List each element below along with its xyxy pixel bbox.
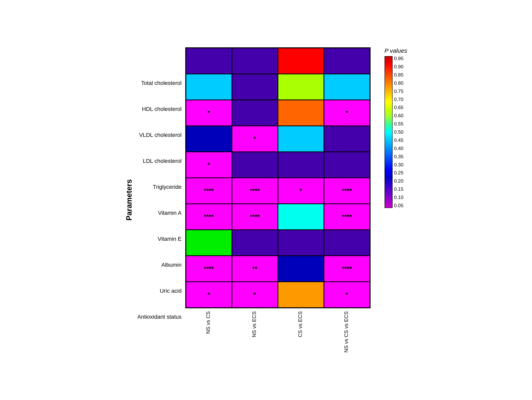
- heatmap-cell: [278, 152, 324, 178]
- heatmap-cell: ****: [324, 178, 370, 204]
- heatmap-cell: [232, 152, 278, 178]
- heatmap-cell: [186, 230, 232, 256]
- row-labels: Total cholesterolHDL cholesterolVLDL cho…: [138, 70, 183, 330]
- legend-tick: 0.70: [394, 97, 404, 102]
- heatmap-grid: ****************************************…: [185, 47, 371, 308]
- row-label: Total cholesterol: [138, 70, 183, 96]
- heatmap-cell: *: [232, 282, 278, 308]
- heatmap-cell: [278, 204, 324, 230]
- heatmap-cell: *: [186, 100, 232, 126]
- legend-tick: 0.05: [394, 203, 404, 208]
- y-axis-label: Parameters: [125, 179, 133, 221]
- heatmap-cell: ****: [186, 178, 232, 204]
- heatmap-cell: **: [232, 256, 278, 282]
- legend-tick: 0.80: [394, 81, 404, 86]
- heatmap-cell: [232, 74, 278, 100]
- row-label: Antioxidant status: [138, 304, 183, 330]
- legend-bar-container: 0.950.900.850.800.750.700.650.600.550.50…: [385, 56, 404, 208]
- heatmap-cell: ****: [232, 178, 278, 204]
- legend-tick: 0.30: [394, 162, 404, 167]
- heatmap-cell: *: [278, 178, 324, 204]
- x-label-container: NS vs ECS: [231, 308, 277, 353]
- legend-bar: [385, 56, 393, 208]
- legend-tick: 0.95: [394, 56, 404, 61]
- x-axis-label: NS vs ECS: [251, 311, 257, 337]
- heatmap-cell: [278, 256, 324, 282]
- left-section: Parameters Total cholesterolHDL choleste…: [125, 47, 371, 353]
- heatmap-cell: [324, 152, 370, 178]
- heatmap-cell: [278, 282, 324, 308]
- row-label: Albumin: [138, 252, 183, 278]
- heatmap-cell: *: [186, 282, 232, 308]
- x-axis-label: CS vs ECS: [297, 311, 303, 337]
- heatmap-cell: [186, 126, 232, 152]
- legend-ticks: 0.950.900.850.800.750.700.650.600.550.50…: [394, 56, 404, 208]
- heatmap-cell: [232, 230, 278, 256]
- heatmap-cell: ****: [324, 204, 370, 230]
- legend-tick: 0.35: [394, 154, 404, 159]
- heatmap-cell: ****: [186, 256, 232, 282]
- heatmap-cell: [186, 74, 232, 100]
- heatmap-cell: ****: [186, 204, 232, 230]
- legend-tick: 0.65: [394, 105, 404, 110]
- heatmap-cell: [278, 48, 324, 74]
- x-axis-label: NS vs CS: [205, 311, 211, 334]
- legend-tick: 0.10: [394, 195, 404, 200]
- heatmap-cell: ****: [232, 204, 278, 230]
- heatmap-cell: [278, 100, 324, 126]
- heatmap-cell: [278, 74, 324, 100]
- row-label: Vitamin E: [138, 226, 183, 252]
- legend-tick: 0.50: [394, 130, 404, 135]
- heatmap-cell: *: [186, 152, 232, 178]
- heatmap-cell: ****: [324, 256, 370, 282]
- x-axis-labels: NS vs CSNS vs ECSCS vs ECSNS vs CS vs EC…: [185, 308, 369, 353]
- heatmap-cell: [324, 48, 370, 74]
- heatmap-cell: [278, 230, 324, 256]
- row-label: LDL cholesterol: [138, 148, 183, 174]
- legend-tick: 0.55: [394, 122, 404, 126]
- row-label: Vitamin A: [138, 200, 183, 226]
- heatmap-cell: [186, 48, 232, 74]
- row-label: VLDL cholesterol: [138, 122, 183, 148]
- legend-tick: 0.45: [394, 138, 404, 143]
- chart-container: Parameters Total cholesterolHDL choleste…: [109, 35, 423, 365]
- legend-tick: 0.20: [394, 179, 404, 183]
- heatmap-cell: [232, 100, 278, 126]
- heatmap-cell: [324, 74, 370, 100]
- row-label: Triglyceride: [138, 174, 183, 200]
- heatmap-cell: *: [324, 282, 370, 308]
- heatmap-and-xaxis: ****************************************…: [185, 47, 371, 353]
- heatmap-cell: *: [232, 126, 278, 152]
- heatmap-cell: [324, 126, 370, 152]
- x-label-container: NS vs CS: [185, 308, 231, 353]
- x-label-container: NS vs CS vs ECS: [323, 308, 369, 353]
- legend-tick: 0.60: [394, 113, 404, 118]
- row-label: HDL cholesterol: [138, 96, 183, 122]
- heatmap-cell: [278, 126, 324, 152]
- legend-title: P values: [385, 47, 407, 54]
- legend-tick: 0.25: [394, 170, 404, 175]
- x-axis-label: NS vs CS vs ECS: [343, 311, 349, 353]
- row-label: Uric acid: [138, 278, 183, 304]
- legend-tick: 0.15: [394, 187, 404, 192]
- x-label-container: CS vs ECS: [277, 308, 323, 353]
- legend-tick: 0.85: [394, 73, 404, 77]
- legend-tick: 0.90: [394, 64, 404, 69]
- heatmap-cell: [232, 48, 278, 74]
- legend-tick: 0.40: [394, 146, 404, 151]
- legend-tick: 0.75: [394, 89, 404, 94]
- heatmap-cell: *: [324, 100, 370, 126]
- legend-section: P values 0.950.900.850.800.750.700.650.6…: [385, 47, 407, 208]
- heatmap-cell: [324, 230, 370, 256]
